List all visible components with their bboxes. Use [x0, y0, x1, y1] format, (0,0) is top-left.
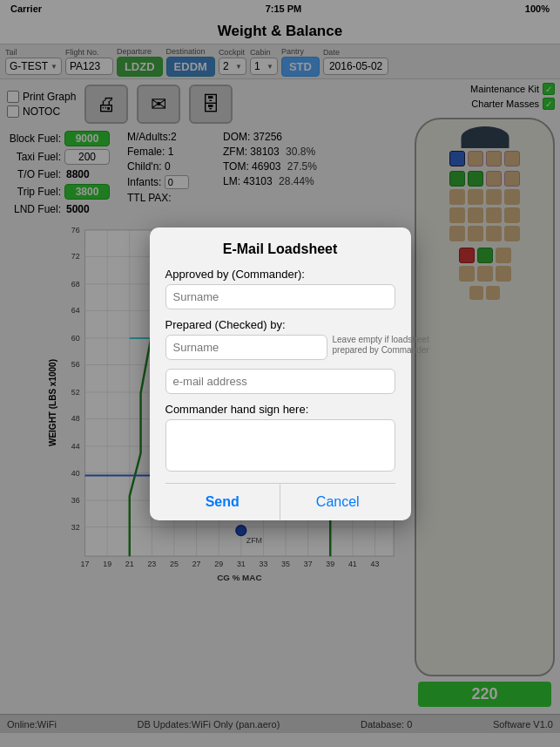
prepared-group: Leave empty if loadsheet prepared by Com… — [165, 335, 395, 360]
approved-label: Approved by (Commander): — [165, 268, 395, 281]
email-modal: E-Mail Loadsheet Approved by (Commander)… — [150, 227, 411, 520]
send-button[interactable]: Send — [165, 484, 281, 520]
modal-overlay: E-Mail Loadsheet Approved by (Commander)… — [0, 0, 560, 747]
sign-label: Commander hand sign here: — [165, 403, 395, 416]
modal-buttons: Send Cancel — [165, 483, 395, 520]
approved-input[interactable] — [165, 284, 395, 309]
prepared-input[interactable] — [165, 335, 327, 360]
sign-textarea[interactable] — [165, 419, 395, 472]
modal-title: E-Mail Loadsheet — [165, 241, 395, 257]
prepared-label: Prepared (Checked) by: — [165, 318, 395, 331]
cancel-button[interactable]: Cancel — [280, 484, 395, 520]
email-input[interactable] — [165, 369, 395, 394]
prepared-note: Leave empty if loadsheet prepared by Com… — [333, 335, 437, 360]
